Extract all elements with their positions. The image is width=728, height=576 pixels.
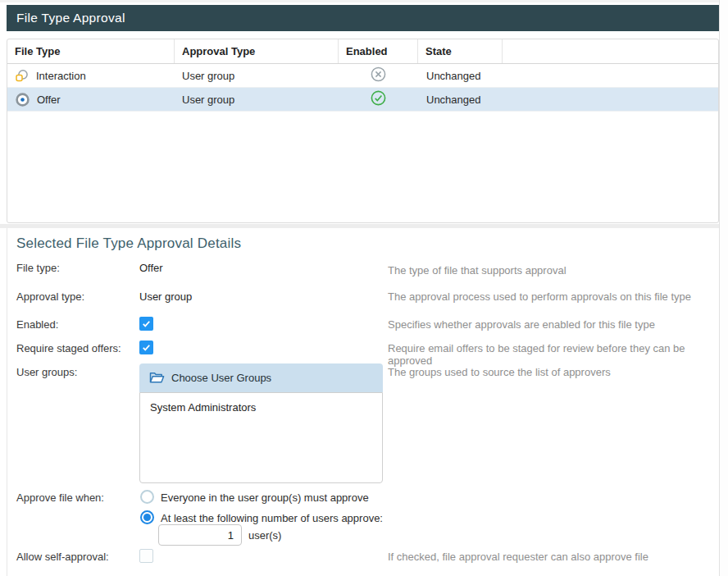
approval-type-cell: User group <box>175 64 339 87</box>
column-header-enabled[interactable]: Enabled <box>339 39 418 63</box>
user-groups-list: System Administrators <box>139 392 383 483</box>
allow-self-approval-checkbox[interactable] <box>139 549 153 563</box>
file-type-table: File Type Approval Type Enabled State In… <box>7 39 719 223</box>
choose-user-groups-label: Choose User Groups <box>171 372 271 384</box>
require-staged-offers-checkbox[interactable] <box>139 341 153 354</box>
choose-user-groups-button[interactable]: Choose User Groups <box>139 363 383 392</box>
column-header-approval-type[interactable]: Approval Type <box>175 39 339 63</box>
file-type-cell: Offer <box>37 94 61 106</box>
table-header-row: File Type Approval Type Enabled State <box>7 39 718 64</box>
page-title: File Type Approval <box>16 11 125 25</box>
user-groups-description: The groups used to source the list of ap… <box>388 366 611 378</box>
enabled-description: Specifies whether approvals are enabled … <box>388 318 655 331</box>
everyone-must-approve-label: Everyone in the user group(s) must appro… <box>161 491 369 504</box>
require-staged-offers-label: Require staged offers: <box>16 342 121 354</box>
column-header-spacer <box>503 39 718 63</box>
section-divider <box>0 224 728 228</box>
open-folder-icon <box>149 372 165 384</box>
title-bar: File Type Approval <box>7 5 719 31</box>
state-cell: Unchanged <box>418 64 503 87</box>
allow-self-approval-description: If checked, file approval requester can … <box>388 551 648 563</box>
file-type-description: The type of file that supports approval <box>388 264 566 277</box>
enabled-checkbox[interactable] <box>139 317 153 331</box>
user-groups-label: User groups: <box>16 366 77 378</box>
file-type-cell: Interaction <box>36 70 86 82</box>
file-type-value: Offer <box>139 262 163 274</box>
state-cell: Unchanged <box>418 88 503 111</box>
approver-count-input[interactable] <box>158 524 242 546</box>
scrollbar-track[interactable] <box>720 0 728 576</box>
user-group-list-item[interactable]: System Administrators <box>140 393 382 422</box>
allow-self-approval-label: Allow self-approval: <box>16 551 109 563</box>
at-least-count-radio[interactable] <box>140 510 154 524</box>
panel-left-border <box>7 228 7 576</box>
offer-icon <box>16 93 30 107</box>
file-type-approval-panel: File Type Approval File Type Approval Ty… <box>0 0 728 576</box>
interaction-icon <box>16 69 29 82</box>
table-row-offer[interactable]: Offer User group Unchanged <box>7 88 718 112</box>
approval-type-cell: User group <box>175 88 339 111</box>
file-type-label: File type: <box>16 262 60 274</box>
column-header-state[interactable]: State <box>418 39 503 63</box>
disabled-circle-x-icon <box>371 66 386 85</box>
approval-type-label: Approval type: <box>16 290 84 303</box>
approve-file-when-label: Approve file when: <box>16 491 104 504</box>
enabled-label: Enabled: <box>16 318 58 331</box>
details-section-title: Selected File Type Approval Details <box>16 235 241 252</box>
everyone-must-approve-radio[interactable] <box>140 490 154 504</box>
require-staged-offers-description: Require email offers to be staged for re… <box>388 342 728 367</box>
top-edge <box>0 0 728 2</box>
at-least-count-label: At least the following number of users a… <box>161 512 383 524</box>
approval-type-value: User group <box>139 290 192 303</box>
approval-type-description: The approval process used to perform app… <box>388 290 691 303</box>
column-header-file-type[interactable]: File Type <box>7 39 175 63</box>
table-row-interaction[interactable]: Interaction User group Unchanged <box>7 64 718 88</box>
approver-count-suffix: user(s) <box>248 529 281 542</box>
enabled-circle-check-icon <box>371 90 386 108</box>
